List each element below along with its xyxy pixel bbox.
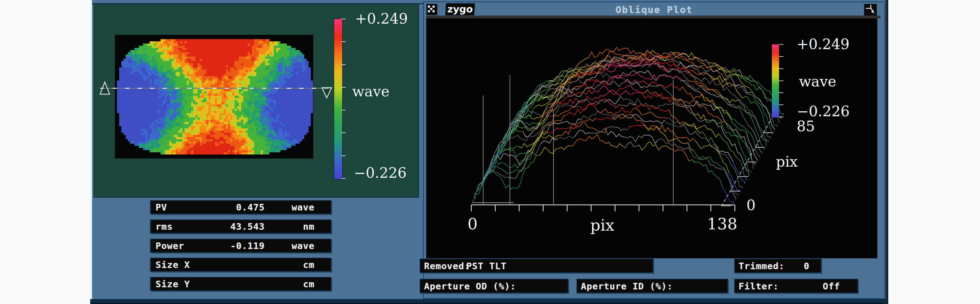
metropro-screen: +0.249 wave −0.226 PV 0.475 wave rms 43.…: [0, 0, 980, 304]
aperture-id-control[interactable]: Aperture ID (%):: [576, 279, 728, 293]
rms-label: rms: [156, 221, 173, 232]
aperture-od-label: Aperture OD (%):: [424, 281, 516, 291]
result-box-size-y: Size Y cm: [151, 277, 331, 291]
rms-unit: nm: [303, 221, 315, 232]
removed-label: Removed:: [424, 261, 470, 271]
pv-value: 0.475: [236, 202, 265, 213]
right-edge-line: [887, 0, 888, 304]
removed-value: PST TLT: [466, 261, 506, 271]
trimmed-label: Trimmed:: [738, 261, 784, 271]
colorbar-tick: [341, 155, 346, 156]
size-x-unit: cm: [303, 260, 315, 270]
aperture-od-control[interactable]: Aperture OD (%):: [420, 279, 568, 293]
app-content: +0.249 wave −0.226 PV 0.475 wave rms 43.…: [90, 0, 888, 304]
colorbar-tick: [341, 110, 346, 110]
oblique-x-min-label: 0: [465, 216, 480, 233]
filled-colorbar-min-label: −0.226: [343, 165, 417, 180]
filter-control[interactable]: Filter: Off: [734, 279, 858, 293]
oblique-colorbar: [772, 44, 780, 118]
oblique-depth-axis-label: pix: [773, 154, 800, 169]
down-triangle-marker[interactable]: [322, 88, 332, 98]
plot-top-bevel: [426, 16, 880, 18]
result-box-size-x: Size X cm: [151, 258, 331, 272]
arrow-pin-icon: [864, 4, 876, 15]
pv-unit: wave: [291, 202, 315, 213]
trimmed-value: 0: [804, 261, 810, 271]
bottom-bar: [90, 299, 888, 304]
pin-button[interactable]: [864, 4, 877, 16]
colorbar-tick: [779, 104, 783, 105]
oblique-x-max-label: 138: [704, 216, 740, 233]
oblique-depth-max-label: 85: [796, 119, 816, 134]
oblique-colorbar-max-label: +0.249: [796, 37, 850, 52]
colorbar-tick: [341, 19, 346, 19]
oblique-colorbar-min-label: −0.226: [794, 104, 853, 119]
removed-control[interactable]: Removed: PST TLT: [420, 259, 653, 273]
size-y-unit: cm: [303, 279, 315, 290]
colorbar-tick: [779, 68, 783, 69]
left-bevel-highlight: [90, 0, 92, 304]
oblique-window-title: Oblique Plot: [424, 4, 885, 15]
colorbar-tick: [341, 64, 346, 65]
oblique-x-axis-label: pix: [587, 217, 617, 234]
oblique-plot-area: [426, 18, 877, 258]
trimmed-control[interactable]: Trimmed: 0: [734, 259, 821, 273]
aperture-id-label: Aperture ID (%):: [581, 281, 673, 291]
colorbar-tick: [779, 92, 783, 93]
colorbar-tick: [341, 132, 346, 133]
oblique-wireframe-svg: [426, 18, 877, 258]
colorbar-tick: [779, 44, 783, 45]
oblique-colorbar-unit-label: wave: [796, 74, 839, 89]
filter-label: Filter:: [738, 281, 779, 291]
result-box-pv: PV 0.475 wave: [151, 200, 331, 214]
power-unit: wave: [291, 241, 315, 251]
result-box-rms: rms 43.543 nm: [151, 220, 331, 233]
colorbar-tick: [341, 41, 346, 42]
filter-value: Off: [823, 281, 840, 291]
result-box-power: Power -0.119 wave: [151, 239, 331, 253]
size-x-label: Size X: [156, 260, 190, 270]
rms-value: 43.543: [230, 221, 265, 232]
colorbar-tick: [779, 81, 783, 81]
colorbar-tick: [779, 117, 783, 117]
pv-label: PV: [156, 202, 167, 213]
size-y-label: Size Y: [156, 279, 190, 290]
filled-colorbar-unit-label: wave: [345, 84, 397, 99]
power-value: -0.119: [230, 241, 265, 251]
colorbar-tick: [779, 56, 783, 57]
oblique-titlebar[interactable]: zygo Oblique Plot: [424, 2, 885, 16]
filled-colorbar-max-label: +0.249: [348, 11, 414, 26]
oblique-depth-min-label: 0: [743, 198, 759, 213]
power-label: Power: [156, 241, 184, 251]
